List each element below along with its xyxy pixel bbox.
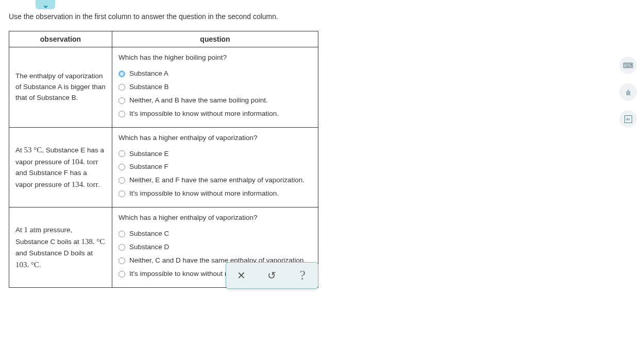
option-label: It's impossible to know without more inf… (129, 188, 279, 199)
obs-text: . (39, 261, 41, 269)
question-cell: Which has the higher boiling point? Subs… (112, 47, 318, 128)
question-icon: ? (300, 268, 306, 283)
obs-text: At (15, 146, 24, 154)
obs-value: 53 °C (24, 146, 42, 154)
radio-button[interactable] (118, 164, 125, 170)
option-label: Substance C (129, 229, 169, 239)
radio-button[interactable] (118, 257, 125, 264)
radio-button[interactable] (118, 111, 125, 117)
radio-button[interactable] (118, 84, 125, 91)
radio-button[interactable] (118, 97, 125, 104)
option-label: Substance D (129, 242, 169, 253)
option-label: Substance A (129, 68, 168, 79)
calculator-button[interactable]: ⌨ (619, 57, 637, 74)
option-label: Substance E (129, 149, 169, 160)
option-label: Neither, E and F have the same enthalpy … (129, 175, 304, 186)
radio-button[interactable] (118, 150, 125, 157)
obs-value: 104. torr (72, 158, 98, 166)
radio-button[interactable] (118, 244, 125, 251)
radio-button[interactable] (118, 71, 125, 77)
question-table: observation question The enthalpy of vap… (9, 31, 318, 288)
clear-button[interactable]: ✕ (235, 269, 248, 282)
bars-icon: ılı (626, 88, 631, 97)
question-prompt: Which has a higher enthalpy of vaporizat… (118, 133, 312, 144)
undo-button[interactable]: ↺ (266, 269, 278, 282)
periodic-table-button[interactable]: Ar (619, 110, 637, 128)
obs-value: 134. torr (72, 180, 98, 188)
question-cell: Which has a higher enthalpy of vaporizat… (112, 127, 318, 207)
undo-icon: ↺ (267, 269, 276, 282)
obs-text: and Substance D boils at (15, 249, 93, 257)
table-row: The enthalpy of vaporization of Substanc… (9, 47, 318, 128)
obs-value: 1 atm (24, 226, 42, 234)
chart-button[interactable]: ılı (619, 83, 637, 101)
radio-button[interactable] (118, 177, 125, 184)
radio-button[interactable] (118, 231, 125, 237)
help-button[interactable]: ? (296, 269, 309, 282)
action-bar: ✕ ↺ ? (226, 262, 318, 289)
expand-toggle[interactable]: ⌄ (36, 0, 55, 9)
observation-cell: The enthalpy of vaporization of Substanc… (9, 47, 112, 128)
x-icon: ✕ (237, 269, 246, 282)
obs-value: 138. °C (81, 237, 105, 246)
table-row: At 53 °C, Substance E has a vapor pressu… (9, 127, 318, 207)
calculator-icon: ⌨ (623, 61, 633, 70)
observation-cell: At 53 °C, Substance E has a vapor pressu… (9, 127, 112, 207)
question-prompt: Which has a higher enthalpy of vaporizat… (118, 213, 312, 223)
option-label: Substance B (129, 82, 169, 93)
instruction-text: Use the observation in the first column … (9, 12, 278, 21)
observation-cell: At 1 atm pressure, Substance C boils at … (9, 207, 112, 288)
obs-text: At (15, 226, 24, 234)
radio-button[interactable] (118, 190, 125, 197)
header-observation: observation (9, 31, 112, 47)
header-question: question (112, 31, 318, 47)
option-label: Substance F (129, 162, 168, 172)
chevron-down-icon: ⌄ (42, 0, 49, 10)
periodic-icon: Ar (624, 115, 632, 123)
question-prompt: Which has the higher boiling point? (118, 53, 312, 63)
radio-button[interactable] (118, 271, 125, 278)
obs-text: . (98, 181, 100, 188)
option-label: Neither, A and B have the same boiling p… (129, 95, 268, 106)
obs-value: 103. °C (15, 261, 39, 269)
side-toolbar: ⌨ ılı Ar (619, 57, 637, 128)
option-label: It's impossible to know without more inf… (129, 109, 279, 119)
